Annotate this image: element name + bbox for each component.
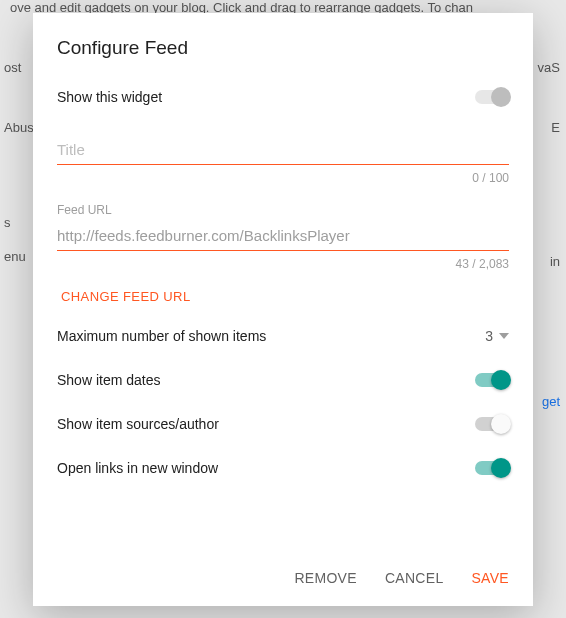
title-input[interactable]	[57, 137, 509, 165]
max-items-value: 3	[485, 328, 493, 344]
modal-title: Configure Feed	[33, 13, 533, 75]
title-field: 0 / 100	[57, 137, 509, 185]
save-button[interactable]: SAVE	[471, 570, 509, 586]
bg-left-2: Abus	[4, 120, 34, 135]
remove-button[interactable]: REMOVE	[294, 570, 356, 586]
configure-feed-modal: Configure Feed Show this widget 0 / 100 …	[33, 13, 533, 606]
feed-url-input[interactable]	[57, 223, 509, 251]
show-sources-toggle[interactable]	[475, 417, 509, 431]
modal-body[interactable]: Show this widget 0 / 100 Feed URL 43 / 2…	[33, 75, 533, 550]
bg-left-1: ost	[4, 60, 21, 75]
modal-footer: REMOVE CANCEL SAVE	[33, 550, 533, 606]
open-new-window-row: Open links in new window	[57, 446, 509, 490]
max-items-dropdown[interactable]: 3	[485, 328, 509, 344]
feed-url-counter: 43 / 2,083	[57, 251, 509, 271]
bg-right-3: in	[550, 254, 560, 269]
show-dates-label: Show item dates	[57, 372, 161, 388]
title-counter: 0 / 100	[57, 165, 509, 185]
bg-right-4: get	[542, 394, 560, 409]
chevron-down-icon	[499, 333, 509, 339]
show-widget-label: Show this widget	[57, 89, 162, 105]
show-widget-toggle[interactable]	[475, 90, 509, 104]
show-sources-row: Show item sources/author	[57, 402, 509, 446]
open-new-window-label: Open links in new window	[57, 460, 218, 476]
bg-left-3: s	[4, 215, 11, 230]
bg-right-2: E	[551, 120, 560, 135]
show-sources-label: Show item sources/author	[57, 416, 219, 432]
cancel-button[interactable]: CANCEL	[385, 570, 444, 586]
show-widget-row: Show this widget	[57, 75, 509, 119]
show-dates-toggle[interactable]	[475, 373, 509, 387]
feed-url-field: Feed URL 43 / 2,083	[57, 203, 509, 271]
feed-url-label: Feed URL	[57, 203, 509, 217]
bg-left-4: enu	[4, 249, 26, 264]
show-dates-row: Show item dates	[57, 358, 509, 402]
open-new-window-toggle[interactable]	[475, 461, 509, 475]
bg-right-1: vaS	[538, 60, 560, 75]
max-items-row: Maximum number of shown items 3	[57, 314, 509, 358]
max-items-label: Maximum number of shown items	[57, 328, 266, 344]
change-feed-url-button[interactable]: CHANGE FEED URL	[57, 271, 509, 314]
